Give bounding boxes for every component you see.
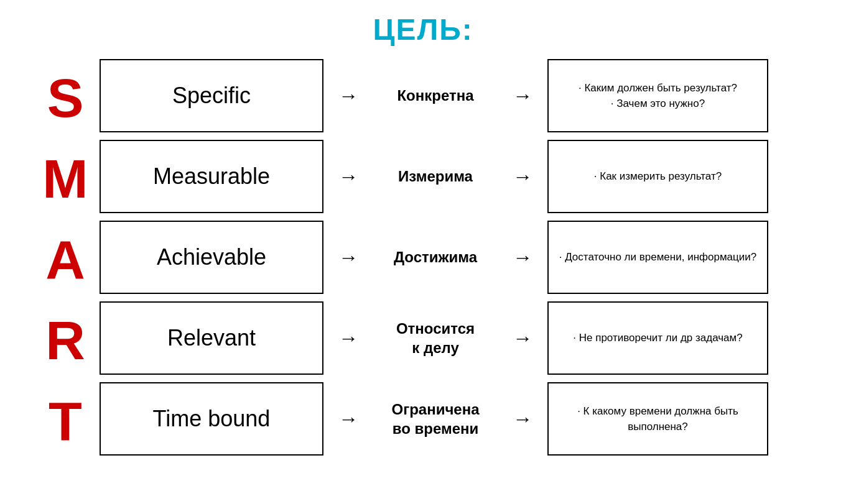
term-box-t: Time bound xyxy=(100,382,323,456)
arrow2-t: → xyxy=(498,408,547,431)
arrow1-m: → xyxy=(323,165,373,188)
desc-box-a: · Достаточно ли времени, информации? xyxy=(547,221,768,294)
arrow2-m: → xyxy=(498,165,547,188)
smart-letter-s: S xyxy=(31,58,100,139)
term-box-m: Measurable xyxy=(100,140,323,213)
smart-letter-r: R xyxy=(31,300,100,381)
row-m: Measurable→Измерима→· Как измерить резул… xyxy=(100,139,815,214)
smart-letters: SMART xyxy=(31,58,100,462)
rows-container: Specific→Конкретна→· Каким должен быть р… xyxy=(100,58,815,457)
page-title: ЦЕЛЬ: xyxy=(373,12,473,47)
arrow2-s: → xyxy=(498,85,547,108)
row-r: Relevant→Относится к делу→· Не противоре… xyxy=(100,300,815,376)
translation-a: Достижима xyxy=(373,247,498,267)
smart-letter-a: A xyxy=(31,219,100,300)
arrow1-s: → xyxy=(323,85,373,108)
desc-box-m: · Как измерить результат? xyxy=(547,140,768,213)
smart-letter-t: T xyxy=(31,381,100,462)
translation-m: Измерима xyxy=(373,167,498,186)
arrow2-r: → xyxy=(498,327,547,350)
translation-t: Ограничена во времени xyxy=(373,400,498,438)
term-box-r: Relevant xyxy=(100,301,323,375)
main-content: SMART Specific→Конкретна→· Каким должен … xyxy=(31,58,815,462)
arrow2-a: → xyxy=(498,246,547,269)
desc-box-r: · Не противоречит ли др задачам? xyxy=(547,301,768,375)
translation-r: Относится к делу xyxy=(373,319,498,357)
row-t: Time bound→Ограничена во времени→· К как… xyxy=(100,381,815,457)
term-box-a: Achievable xyxy=(100,221,323,294)
arrow1-t: → xyxy=(323,408,373,431)
row-s: Specific→Конкретна→· Каким должен быть р… xyxy=(100,58,815,134)
arrow1-a: → xyxy=(323,246,373,269)
desc-box-s: · Каким должен быть результат? · Зачем э… xyxy=(547,59,768,132)
arrow1-r: → xyxy=(323,327,373,350)
translation-s: Конкретна xyxy=(373,86,498,105)
smart-letter-m: M xyxy=(31,139,100,219)
term-box-s: Specific xyxy=(100,59,323,132)
desc-box-t: · К какому времени должна быть выполнена… xyxy=(547,382,768,456)
row-a: Achievable→Достижима→· Достаточно ли вре… xyxy=(100,219,815,295)
